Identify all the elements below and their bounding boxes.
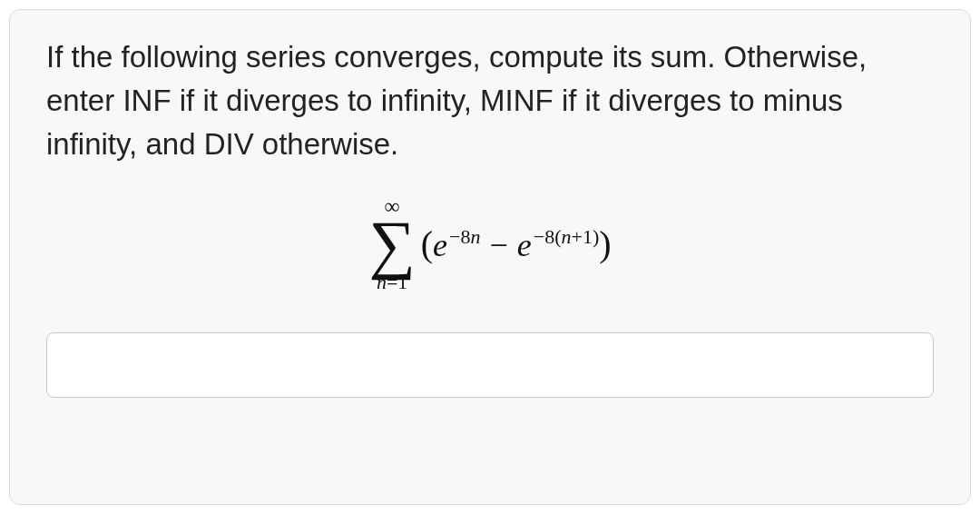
question-prompt: If the following series converges, compu…	[46, 35, 934, 166]
sigma-lower-limit: n=1	[377, 272, 407, 292]
left-paren: (	[421, 222, 433, 265]
sigma-index-eq: =	[387, 271, 397, 293]
series-term: ( e −8n − e −8(n+1) )	[421, 222, 612, 265]
exp2-neg8-lparen: −8(	[534, 225, 562, 248]
sigma-block: ∞ ∑ n=1	[368, 195, 415, 293]
base-e-1: e	[433, 226, 447, 264]
base-e-2: e	[517, 226, 532, 264]
answer-input[interactable]	[46, 332, 934, 398]
exponent-1: −8n	[449, 225, 480, 249]
exp2-plus1-rparen: +1)	[572, 225, 600, 248]
sigma-index-var: n	[377, 271, 387, 293]
exp1-n: n	[470, 225, 480, 248]
exponent-2: −8(n+1)	[534, 225, 599, 249]
formula-container: ∞ ∑ n=1 ( e −8n − e −8(n+1) )	[46, 195, 934, 293]
right-paren: )	[599, 222, 611, 265]
minus-operator: −	[489, 226, 507, 264]
exp2-n: n	[562, 225, 572, 248]
question-card: If the following series converges, compu…	[9, 9, 971, 505]
exp1-neg8: −8	[449, 225, 470, 248]
series-formula: ∞ ∑ n=1 ( e −8n − e −8(n+1) )	[368, 195, 611, 293]
sigma-icon: ∑	[368, 219, 415, 272]
sigma-index-start: 1	[397, 271, 407, 293]
